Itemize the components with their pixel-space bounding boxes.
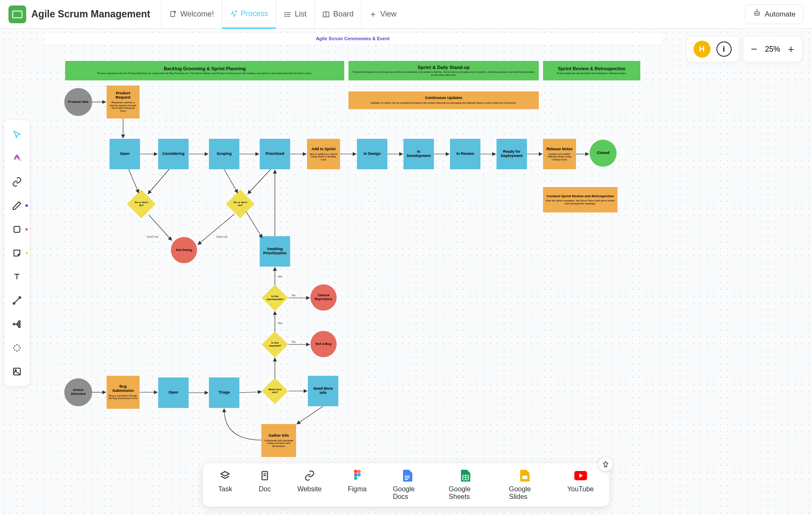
node-sub: Collaborate with requester using comment… [263,439,294,448]
node-triage[interactable]: Triage [209,377,239,408]
tab-board[interactable]: Board [314,0,361,29]
node-intended[interactable]: Is this intended? [262,331,288,358]
node-label: Open [120,152,129,156]
node-label: In Review [456,152,474,156]
dock-google-docs[interactable]: Google Docs [382,469,433,501]
tool-select[interactable] [7,124,27,145]
user-avatar[interactable]: H [694,41,710,58]
svg-rect-50 [14,226,20,232]
node-sub: Updates on status can be provided throug… [370,102,516,105]
tool-ai[interactable] [7,338,27,358]
whiteboard-canvas[interactable]: Agile Scrum Ceremonies & Event Backlog G… [0,29,812,515]
node-reproducible[interactable]: Is this reproducible? [262,285,288,311]
node-label: Open [168,391,178,395]
pin-dock-button[interactable] [598,457,613,472]
node-ready-deploy[interactable]: Ready for Deployment [497,139,527,169]
dock-website[interactable]: Website [286,469,333,501]
tool-sticky[interactable] [7,243,27,263]
node-in-review[interactable]: In Review [450,139,480,169]
tool-image[interactable] [7,361,27,382]
tool-connector[interactable] [7,290,27,311]
node-not-doing[interactable]: Not Doing [171,237,197,263]
phase-title: Sprint Review & Retrospective [558,66,625,71]
node-decision-2[interactable]: Do or don't do? [226,190,255,218]
node-label: Considering [162,152,185,156]
tool-link[interactable] [7,172,27,192]
tab-label: Board [333,10,354,19]
automate-button[interactable]: Automate [745,4,804,24]
node-add-to-sprint[interactable]: Add to Sprint Item is added to a Sprint … [307,139,340,169]
node-release-notes[interactable]: Release Notes Update and publish Release… [543,139,576,169]
dock-label: Google Sheets [449,485,483,501]
tab-list[interactable]: List [276,0,314,29]
tab-process[interactable]: Process [222,0,276,29]
node-need-more-info[interactable]: Need More Info [308,376,338,406]
info-button[interactable]: i [716,41,732,57]
node-closed[interactable]: Closed [590,140,617,167]
node-label: Product Idea [68,100,88,104]
tool-shape[interactable] [7,219,27,240]
doc-icon [258,469,271,482]
embed-dock: Task Doc Website Figma Google Docs Googl… [203,463,609,507]
dock-youtube[interactable]: YouTube [556,469,605,501]
dock-label: Figma [348,485,366,493]
node-awaiting-prioritization[interactable]: Awaiting Prioritization [260,236,290,267]
edge-label: No [292,340,296,343]
node-label: Closed [597,151,609,155]
svg-point-58 [19,326,20,328]
node-label: Cannot Reproduce [312,294,335,301]
automate-label: Automate [765,10,796,19]
node-sub: Requester submits a feature request thro… [108,101,138,112]
svg-rect-71 [405,479,408,480]
view-tabs: Welcome! Process List Board View [161,0,404,29]
node-gather-info[interactable]: Gather Info Collaborate with requester u… [261,424,296,457]
app-title: Agile Scrum Management [31,8,150,20]
plus-icon [369,11,377,18]
node-product-request[interactable]: Product Request Requester submits a feat… [107,85,140,118]
node-decision-1[interactable]: Do or don't do? [127,190,156,218]
node-title: Gather Info [269,434,289,438]
tool-clickup[interactable]: + [7,148,27,168]
node-label: Do or don't do? [232,201,249,207]
node-in-development[interactable]: In Development [403,139,434,169]
zoom-in-button[interactable]: + [788,43,794,56]
node-label: Is this reproducible? [266,295,283,300]
svg-point-64 [354,470,357,473]
dock-google-slides[interactable]: Google Slides [498,469,552,501]
node-bug-submission[interactable]: Bug Submission Bug is submitted through … [107,376,140,409]
tab-label: View [380,10,397,19]
svg-point-57 [19,323,20,325]
node-cannot-reproduce[interactable]: Cannot Reproduce [310,284,337,311]
node-not-a-bug[interactable]: Not a Bug [310,331,337,357]
zoom-out-button[interactable]: − [751,43,757,56]
node-defect-detected[interactable]: Defect Detected [64,378,92,406]
dock-figma[interactable]: Figma [337,469,377,501]
dock-task[interactable]: Task [207,469,243,501]
node-sub: Bug is submitted through the Bug Submiss… [108,394,138,400]
node-open-2[interactable]: Open [158,377,189,408]
svg-line-32 [224,169,238,193]
svg-point-2 [235,11,236,12]
node-considering[interactable]: Considering [158,139,189,169]
node-open[interactable]: Open [110,139,140,169]
svg-point-8 [285,16,285,17]
node-retrospective[interactable]: Conduct Sprint Review and Retrospective … [543,187,617,212]
tool-text[interactable] [7,267,27,287]
node-product-idea[interactable]: Product Idea [64,88,92,116]
node-need-more-info-q[interactable]: Need more info? [262,378,288,404]
node-title: Product Request [108,91,138,100]
dock-label: Doc [259,485,271,493]
tab-add-view[interactable]: View [361,0,404,29]
tool-mindmap[interactable] [7,314,27,334]
node-continuous-updates[interactable]: Continuous Updates Updates on status can… [348,91,539,109]
tab-welcome[interactable]: Welcome! [161,0,222,29]
dock-google-sheets[interactable]: Google Sheets [438,469,494,501]
gdocs-icon [401,469,414,482]
node-in-design[interactable]: In Design [357,139,387,169]
dock-doc[interactable]: Doc [247,469,282,501]
svg-rect-70 [405,477,410,478]
edge-label: Don't do [147,235,158,238]
tool-pen[interactable] [7,196,27,216]
node-scoping[interactable]: Scoping [209,139,239,169]
node-prioritized[interactable]: Prioritized [260,139,290,169]
